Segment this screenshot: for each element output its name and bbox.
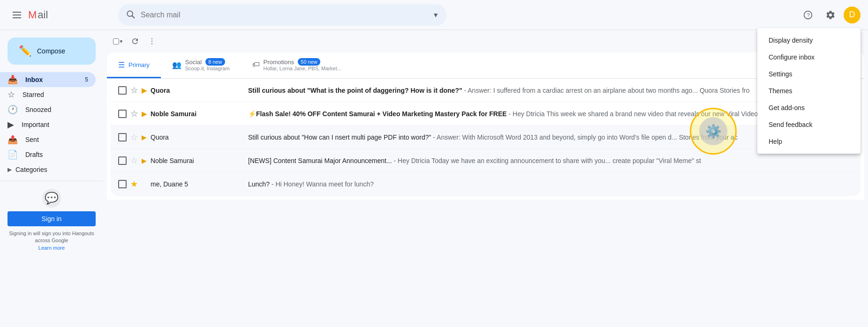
important-icon-sidebar: ▶ (8, 119, 14, 130)
social-tab-icon: 👥 (172, 60, 181, 69)
sidebar-item-drafts[interactable]: 📄 Drafts (0, 147, 96, 162)
inbox-icon: 📥 (8, 74, 18, 85)
search-input[interactable] (141, 11, 429, 19)
dropdown-settings-label: Settings (769, 70, 793, 78)
sidebar-item-snoozed[interactable]: 🕐 Snoozed (0, 102, 96, 117)
select-arrow-icon[interactable]: ▼ (119, 39, 124, 44)
gmail-logo-text: ail (38, 9, 48, 21)
svg-rect-2 (13, 17, 21, 18)
table-row[interactable]: ☆ ▶ Noble Samurai ⚡Flash Sale! 40% OFF C… (111, 102, 860, 126)
email-subject-preview: Still curious about "How can I nsert mul… (248, 134, 845, 141)
email-preview: - Hey Dtricia Today we have an exciting … (393, 157, 701, 164)
settings-button[interactable] (821, 6, 840, 24)
topbar: M ail ▼ ? D (0, 0, 868, 30)
learn-more-link[interactable]: Learn more (38, 245, 65, 251)
compose-plus-icon: ✏️ (19, 45, 31, 57)
sidebar-item-important-label: Important (22, 121, 88, 128)
email-sender: Quora (151, 134, 244, 141)
tabs-wrapper: ☰ Primary 👥 Social 8 new Scoop.it, Insta… (107, 52, 864, 200)
search-icon (126, 9, 135, 20)
table-row[interactable]: ☆ ▶ Noble Samurai [NEWS] Content Samurai… (111, 149, 860, 172)
snoozed-icon: 🕐 (8, 104, 18, 115)
select-all-button[interactable]: ▼ (111, 34, 126, 49)
email-sender: Quora (151, 87, 244, 94)
svg-point-9 (151, 43, 152, 44)
dropdown-themes[interactable]: Themes (757, 82, 860, 99)
sent-icon: 📤 (8, 134, 18, 145)
email-subject: [NEWS] Content Samurai Major Announcemen… (248, 157, 392, 164)
email-checkbox[interactable] (118, 156, 127, 165)
dropdown-themes-label: Themes (769, 87, 793, 95)
sidebar-item-categories[interactable]: ▶ Categories (0, 162, 103, 177)
sign-in-button[interactable]: Sign in (8, 211, 96, 226)
dropdown-settings[interactable]: Settings (757, 66, 860, 82)
compose-button[interactable]: ✏️ Compose (8, 37, 96, 65)
sidebar-item-starred[interactable]: ☆ Starred (0, 87, 96, 102)
search-bar[interactable]: ▼ (118, 4, 446, 26)
promotions-badge: 50 new (298, 58, 320, 66)
important-marker-icon: ▶ (142, 180, 147, 188)
tab-primary-label: Primary (128, 61, 150, 68)
email-subject-preview: Lunch? - Hi Honey! Wanna meet for lunch? (248, 180, 845, 188)
table-row[interactable]: ☆ ▶ Quora Still curious about "How can I… (111, 126, 860, 149)
important-marker-icon: ▶ (142, 87, 147, 94)
sidebar-item-important[interactable]: ▶ Important (0, 117, 96, 132)
email-subject: Still curious about "How can I nsert mul… (248, 134, 431, 141)
primary-tab-icon: ☰ (118, 60, 125, 69)
svg-text:?: ? (807, 12, 810, 18)
svg-rect-0 (13, 12, 21, 13)
gmail-logo-m: M (28, 9, 37, 21)
email-subject-preview: ⚡Flash Sale! 40% OFF Content Samurai + V… (248, 110, 845, 118)
tab-primary[interactable]: ☰ Primary (107, 52, 161, 78)
table-row[interactable]: ☆ ▶ Quora Still curious about "What is t… (111, 79, 860, 102)
email-checkbox[interactable] (118, 86, 127, 95)
refresh-button[interactable] (128, 34, 143, 49)
sidebar-item-sent[interactable]: 📤 Sent (0, 132, 96, 147)
star-icon[interactable]: ☆ (130, 132, 138, 142)
dropdown-send-feedback[interactable]: Send feedback (757, 116, 860, 133)
email-checkbox[interactable] (118, 133, 127, 141)
dropdown-help-label: Help (769, 138, 782, 145)
promotions-subtitle: Hollar, Lorna Jane, PBS, Market... (264, 66, 341, 71)
svg-point-8 (151, 41, 152, 42)
sidebar-item-drafts-label: Drafts (25, 151, 88, 158)
star-icon[interactable]: ☆ (130, 156, 138, 166)
email-subject-preview: Still curious about "What is the point o… (248, 87, 845, 94)
dropdown-get-add-ons-label: Get add-ons (769, 104, 805, 111)
sidebar-item-starred-label: Starred (23, 91, 88, 98)
email-subject-preview: [NEWS] Content Samurai Major Announcemen… (248, 157, 845, 164)
dropdown-get-add-ons[interactable]: Get add-ons (757, 99, 860, 116)
categories-arrow-icon: ▶ (8, 166, 12, 173)
avatar[interactable]: D (844, 7, 860, 23)
tab-social-label: Social (185, 59, 202, 66)
support-button[interactable]: ? (799, 6, 817, 24)
dropdown-help[interactable]: Help (757, 133, 860, 150)
table-row[interactable]: ★ ▶ me, Duane 5 Lunch? - Hi Honey! Wanna… (111, 172, 860, 196)
important-marker-icon: ▶ (142, 110, 147, 118)
compose-label: Compose (37, 47, 65, 55)
star-icon[interactable]: ★ (130, 179, 138, 189)
sidebar: ✏️ Compose 📥 Inbox 5 ☆ Starred 🕐 Snoozed… (0, 30, 103, 327)
hangouts-avatar: 💬 (42, 189, 61, 208)
toolbar: ▼ 1–5 of 5 (103, 30, 868, 52)
star-icon[interactable]: ☆ (130, 109, 138, 119)
dropdown-configure-inbox[interactable]: Configure inbox (757, 49, 860, 66)
dropdown-display-density[interactable]: Display density (757, 32, 860, 49)
tab-promotions[interactable]: 🏷 Promotions 50 new Hollar, Lorna Jane, … (241, 52, 353, 78)
email-checkbox[interactable] (118, 110, 127, 118)
email-sender: Noble Samurai (151, 157, 244, 164)
more-options-button[interactable] (144, 34, 159, 49)
email-checkbox[interactable] (118, 180, 127, 188)
star-icon[interactable]: ☆ (130, 85, 138, 96)
sidebar-item-inbox[interactable]: 📥 Inbox 5 (0, 72, 96, 87)
email-list: ☆ ▶ Quora Still curious about "What is t… (111, 79, 860, 196)
topbar-right: ? D (799, 6, 860, 24)
select-all-checkbox[interactable] (113, 38, 119, 45)
gmail-logo: M ail (28, 9, 48, 21)
hamburger-icon[interactable] (8, 6, 26, 24)
email-preview: - Hey Dtricia This week we shared a bran… (509, 110, 758, 118)
sidebar-item-snoozed-label: Snoozed (25, 106, 88, 113)
tab-promotions-content: Promotions 50 new Hollar, Lorna Jane, PB… (264, 58, 341, 71)
search-dropdown-icon[interactable]: ▼ (432, 11, 439, 19)
tab-social[interactable]: 👥 Social 8 new Scoop.it, Instagram (161, 52, 241, 78)
